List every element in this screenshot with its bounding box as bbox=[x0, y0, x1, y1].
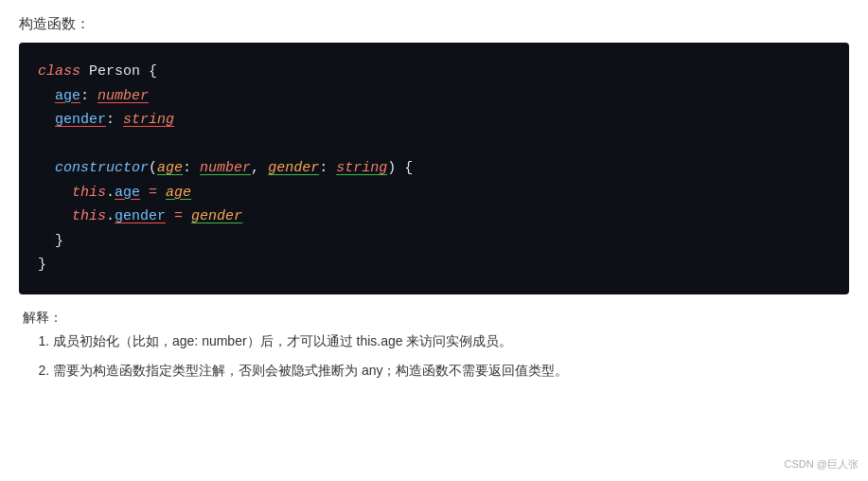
param-gender: gender bbox=[268, 160, 319, 176]
code-line-2: age: number bbox=[38, 84, 830, 109]
explanation-item-1: 成员初始化（比如，age: number）后，才可以通过 this.age 来访… bbox=[53, 330, 845, 353]
keyword-this-2: this bbox=[72, 208, 106, 224]
code-line-1: class Person { bbox=[38, 60, 830, 84]
this-gender: gender bbox=[115, 208, 166, 224]
code-line-4 bbox=[38, 133, 830, 157]
code-line-5: constructor(age: number, gender: string)… bbox=[38, 156, 830, 181]
param-type-number: number bbox=[200, 160, 251, 176]
explanation-item-2: 需要为构造函数指定类型注解，否则会被隐式推断为 any；构造函数不需要返回值类型… bbox=[53, 360, 845, 383]
this-age: age bbox=[115, 185, 140, 201]
code-line-9: } bbox=[38, 253, 830, 277]
explanation-list: 成员初始化（比如，age: number）后，才可以通过 this.age 来访… bbox=[23, 330, 845, 383]
val-age: age bbox=[166, 185, 191, 201]
class-name: Person bbox=[89, 63, 140, 80]
keyword-this-1: this bbox=[72, 185, 106, 201]
brace-open: { bbox=[149, 63, 157, 80]
explanation-title: 解释： bbox=[23, 310, 845, 327]
code-block: class Person { age: number gender: strin… bbox=[19, 43, 849, 294]
code-line-3: gender: string bbox=[38, 108, 830, 133]
section-title: 构造函数： bbox=[19, 15, 849, 33]
type-string: string bbox=[123, 112, 174, 128]
keyword-constructor: constructor bbox=[55, 160, 149, 176]
val-gender: gender bbox=[191, 208, 242, 224]
type-number: number bbox=[97, 88, 149, 104]
param-type-string: string bbox=[336, 160, 387, 176]
explanation-section: 解释： 成员初始化（比如，age: number）后，才可以通过 this.ag… bbox=[19, 310, 849, 383]
code-line-7: this.gender = gender bbox=[38, 205, 830, 229]
prop-age: age bbox=[55, 88, 80, 104]
param-age: age bbox=[157, 160, 183, 176]
section-header: 构造函数： bbox=[19, 15, 849, 33]
prop-gender: gender bbox=[55, 112, 106, 128]
code-line-8: } bbox=[38, 229, 830, 254]
code-line-6: this.age = age bbox=[38, 181, 830, 205]
watermark: CSDN @巨人张 bbox=[785, 457, 859, 472]
keyword-class: class bbox=[38, 63, 80, 80]
